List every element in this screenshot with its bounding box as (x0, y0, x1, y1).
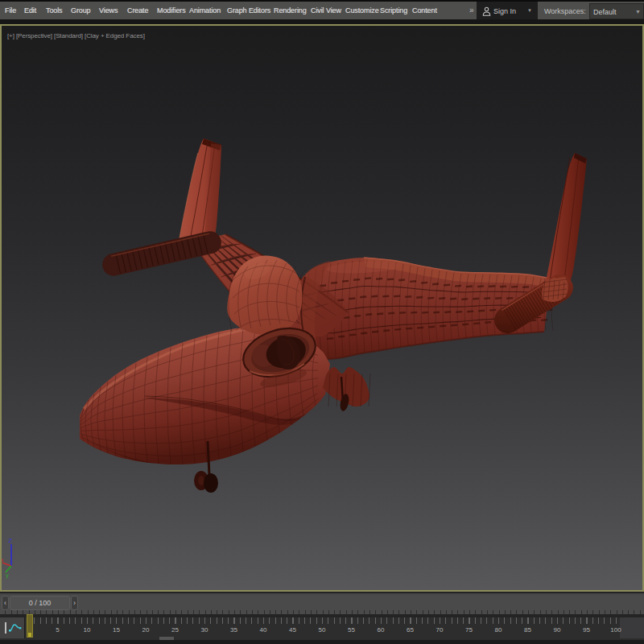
svg-text:x: x (2, 556, 4, 564)
svg-text:y: y (6, 572, 9, 579)
svg-text:Z: Z (8, 537, 12, 544)
